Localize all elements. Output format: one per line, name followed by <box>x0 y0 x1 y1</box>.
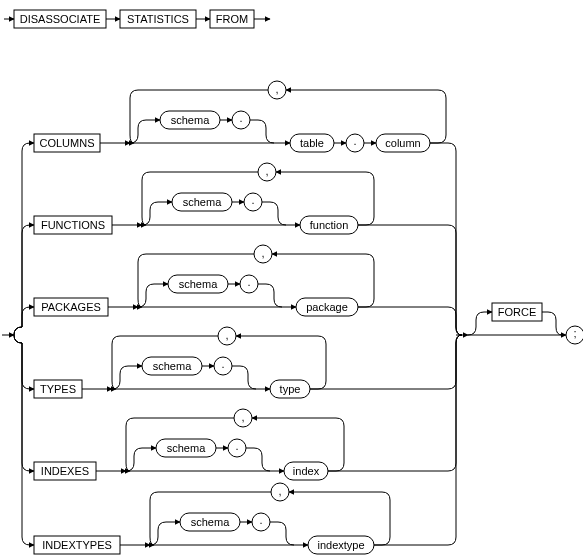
dot-icon: . <box>239 112 242 124</box>
keyword-statistics: STATISTICS <box>127 13 189 25</box>
keyword-columns: COLUMNS <box>39 137 94 149</box>
branch-types: TYPES schema . type , <box>14 327 462 398</box>
nonterminal-index: index <box>293 465 320 477</box>
branch-packages: PACKAGES schema . package , <box>14 245 462 335</box>
semicolon-icon: ; <box>573 327 576 339</box>
nonterminal-table: table <box>300 137 324 149</box>
nonterminal-function: function <box>310 219 349 231</box>
header-row: DISASSOCIATE STATISTICS FROM <box>4 10 270 28</box>
nonterminal-schema: schema <box>167 442 206 454</box>
nonterminal-type: type <box>280 383 301 395</box>
dot-icon: . <box>353 135 356 147</box>
nonterminal-schema: schema <box>191 516 230 528</box>
dot-icon: . <box>259 514 262 526</box>
keyword-types: TYPES <box>40 383 76 395</box>
branch-indexes: INDEXES schema . index , <box>14 335 462 480</box>
syntax-diagram: DISASSOCIATE STATISTICS FROM COLUMNS sch… <box>0 0 583 557</box>
keyword-from: FROM <box>216 13 248 25</box>
dot-icon: . <box>235 440 238 452</box>
nonterminal-schema: schema <box>153 360 192 372</box>
keyword-disassociate: DISASSOCIATE <box>20 13 100 25</box>
comma-icon: , <box>275 83 278 95</box>
comma-icon: , <box>225 329 228 341</box>
dot-icon: . <box>247 276 250 288</box>
dot-icon: . <box>251 194 254 206</box>
dot-icon: . <box>221 358 224 370</box>
comma-icon: , <box>278 485 281 497</box>
comma-icon: , <box>261 247 264 259</box>
keyword-indextypes: INDEXTYPES <box>42 539 112 551</box>
nonterminal-indextype: indextype <box>317 539 364 551</box>
keyword-indexes: INDEXES <box>41 465 89 477</box>
comma-icon: , <box>241 411 244 423</box>
keyword-functions: FUNCTIONS <box>41 219 105 231</box>
nonterminal-column: column <box>385 137 420 149</box>
comma-icon: , <box>265 165 268 177</box>
nonterminal-schema: schema <box>179 278 218 290</box>
branch-columns: COLUMNS schema . table . column , <box>14 81 462 335</box>
tail: FORCE ; <box>456 303 583 344</box>
nonterminal-package: package <box>306 301 348 313</box>
keyword-force: FORCE <box>498 306 537 318</box>
keyword-packages: PACKAGES <box>41 301 101 313</box>
nonterminal-schema: schema <box>183 196 222 208</box>
nonterminal-schema: schema <box>171 114 210 126</box>
